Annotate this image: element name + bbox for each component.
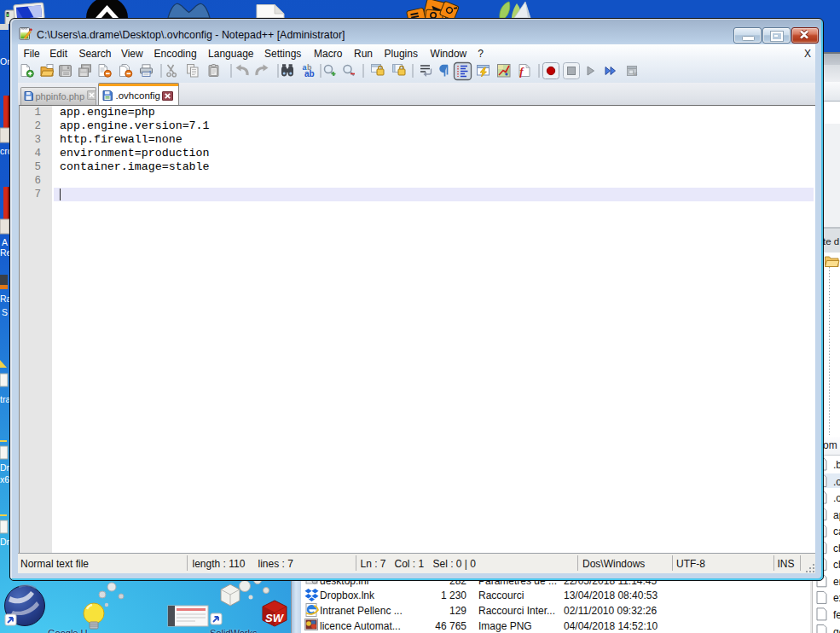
svg-text:SW: SW bbox=[265, 612, 285, 624]
svg-text:uc: uc bbox=[634, 72, 639, 76]
svg-text:ab: ab bbox=[304, 69, 315, 78]
